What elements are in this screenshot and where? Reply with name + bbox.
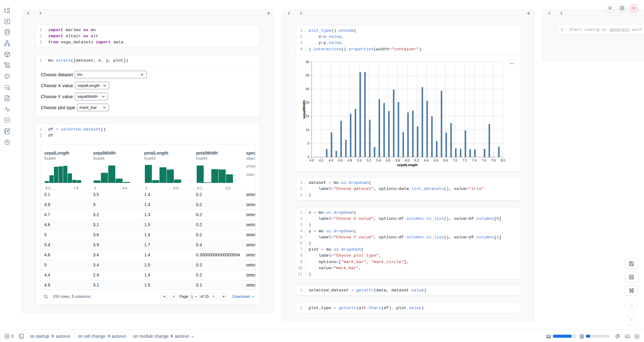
svg-text:10: 10 <box>306 128 309 131</box>
svg-text:5.4: 5.4 <box>376 159 381 162</box>
svg-text:4.2: 4.2 <box>319 159 324 162</box>
svg-text:5.8: 5.8 <box>395 159 400 162</box>
svg-text:6.6: 6.6 <box>434 159 438 162</box>
svg-text:8.0: 8.0 <box>501 159 505 162</box>
svg-text:4.0: 4.0 <box>309 159 314 162</box>
svg-text:15: 15 <box>306 114 309 118</box>
svg-text:4.8: 4.8 <box>348 159 352 162</box>
svg-text:5: 5 <box>307 141 309 145</box>
svg-text:5.0: 5.0 <box>357 159 362 162</box>
svg-text:6.0: 6.0 <box>405 159 410 162</box>
svg-text:7.8: 7.8 <box>491 159 496 162</box>
svg-text:25: 25 <box>306 87 309 91</box>
svg-text:7.4: 7.4 <box>472 159 477 162</box>
svg-text:5.6: 5.6 <box>386 159 391 162</box>
svg-text:5.2: 5.2 <box>367 159 371 162</box>
svg-text:20: 20 <box>306 101 309 104</box>
svg-text:30: 30 <box>306 73 309 77</box>
svg-text:6.4: 6.4 <box>424 159 429 162</box>
svg-text:sepalLength: sepalLength <box>397 163 418 167</box>
svg-text:6.2: 6.2 <box>415 159 419 162</box>
svg-text:7.0: 7.0 <box>453 159 457 162</box>
svg-text:0: 0 <box>307 155 309 159</box>
svg-text:4.4: 4.4 <box>328 159 333 162</box>
svg-text:35: 35 <box>306 60 309 63</box>
svg-text:sepalWidth: sepalWidth <box>302 100 306 119</box>
svg-text:7.6: 7.6 <box>481 159 486 162</box>
svg-text:6.8: 6.8 <box>443 159 448 162</box>
svg-text:4.6: 4.6 <box>338 159 343 162</box>
svg-text:7.2: 7.2 <box>462 159 467 162</box>
